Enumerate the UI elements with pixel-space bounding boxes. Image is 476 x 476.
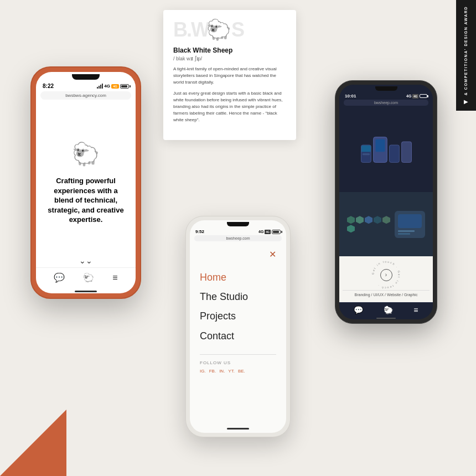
- hex-section: [339, 192, 433, 256]
- info-card: B.W 🐑 S Black White Sheep / blak wɪt ʃɪp…: [163, 10, 296, 140]
- social-links[interactable]: IG. FB. IN. YT. BE.: [200, 369, 276, 374]
- nav-item-home[interactable]: Home: [200, 271, 276, 284]
- whatsapp-icon[interactable]: 💬: [54, 272, 65, 283]
- menu-icon-right[interactable]: ≡: [413, 306, 418, 314]
- scroll-indicator: ⌄⌄: [36, 256, 136, 265]
- phone-right-url: bwsheep.com: [344, 100, 428, 106]
- sheep-logo-icon: 🐑: [206, 20, 231, 40]
- whatsapp-icon-right[interactable]: 💬: [354, 306, 363, 314]
- phone-menu-time: 9:52: [195, 229, 204, 234]
- signal-bars: [97, 84, 103, 89]
- menu-divider: [200, 354, 276, 355]
- mockup-phone-1: [361, 144, 371, 162]
- network-type: 4G: [104, 84, 110, 89]
- social-be[interactable]: BE.: [238, 369, 245, 374]
- phone-left: 8:22 4G 4G bwsbws-agency.com 🐑 Crafting …: [30, 66, 141, 299]
- home-indicator-left: [75, 291, 97, 292]
- hex-5: [382, 216, 390, 224]
- phone-right-footer: 💬 🐑 ≡: [339, 302, 433, 317]
- circle-cta: Get in touch · Get in touch · ›: [371, 260, 401, 290]
- phone-left-url: bwsbws-agency.com: [40, 91, 131, 100]
- tags-text: Branding / UI/UX / Website / Graphic: [343, 290, 430, 299]
- card-header: B.W 🐑 S: [173, 20, 286, 40]
- menu-close-button[interactable]: ✕: [200, 249, 276, 260]
- badge-4g-right: 4G: [412, 94, 418, 99]
- phone-left-signals: 4G 4G: [97, 84, 129, 89]
- phone-mockup-section: [339, 107, 433, 192]
- mockup-phone-3: [389, 144, 400, 162]
- home-indicator-right: [376, 318, 396, 319]
- sheep-nav-icon[interactable]: 🐑: [83, 272, 94, 283]
- badge-4g: 4G: [111, 84, 119, 89]
- phone-tagline: Crafting powerful experiences with a ble…: [45, 176, 127, 225]
- bottom-triangle-decoration: [0, 410, 66, 476]
- phone-left-footer: 💬 🐑 ≡: [36, 267, 136, 288]
- award-line2: & COMPETITION: [463, 54, 468, 95]
- social-yt[interactable]: YT.: [228, 369, 235, 374]
- get-in-touch-section: Get in touch · Get in touch · › Branding…: [339, 256, 433, 302]
- phone-mockups: [361, 137, 412, 163]
- phone-menu-status: 9:52 4G 4G: [190, 226, 286, 235]
- hex-4: [374, 216, 381, 224]
- phone-menu: 9:52 4G 4G bwsheep.com ✕ Home The Studio…: [185, 216, 291, 437]
- app-card: [395, 211, 425, 238]
- phone-right-content: Get in touch · Get in touch · › Branding…: [339, 107, 433, 302]
- card-para2: Just as every great design starts with a…: [173, 90, 286, 123]
- hex-1: [347, 216, 355, 224]
- phone-right-status: 10:01 4G 4G: [339, 91, 433, 100]
- social-ig[interactable]: IG.: [200, 369, 206, 374]
- battery-right: [420, 94, 427, 98]
- social-in[interactable]: IN.: [219, 369, 225, 374]
- hex-pattern: [347, 216, 391, 232]
- battery-icon: [120, 84, 129, 89]
- nav-item-projects[interactable]: Projects: [200, 309, 276, 323]
- mockup-phone-2: [373, 137, 387, 163]
- hex-2: [356, 216, 364, 224]
- award-text: A' DESIGN AWARD: [463, 6, 468, 54]
- app-bar-2: [398, 233, 410, 235]
- hex-3: [365, 216, 372, 224]
- battery-menu: [272, 230, 281, 234]
- phone-right-signals: 4G 4G: [406, 94, 427, 99]
- bws-logo-s: S: [231, 20, 244, 40]
- home-indicator-menu: [227, 428, 249, 430]
- mockup-phone-4: [401, 141, 412, 162]
- phone-left-status: 8:22 4G 4G: [36, 80, 136, 90]
- sheep-illustration: 🐑: [72, 141, 100, 167]
- phone-menu-url: bwsheep.com: [194, 235, 282, 241]
- card-phonetic: / blak wɪt ʃɪp/: [173, 56, 286, 61]
- bws-logo-text: B.W: [173, 20, 209, 40]
- app-bar-1: [398, 230, 415, 232]
- nav-item-contact[interactable]: Contact: [200, 329, 276, 343]
- menu-icon[interactable]: ≡: [112, 273, 117, 283]
- card-company-name: Black White Sheep: [173, 46, 286, 54]
- award-badge: A' DESIGN AWARD & COMPETITION ▶: [456, 0, 476, 111]
- circle-chevron[interactable]: ›: [380, 269, 392, 281]
- hex-content: [343, 206, 430, 242]
- phone-right: 10:01 4G 4G bwsheep.com: [335, 80, 437, 324]
- phone-left-time: 8:22: [43, 83, 54, 89]
- phone-menu-signals: 4G 4G: [258, 229, 281, 234]
- social-fb[interactable]: FB.: [209, 369, 216, 374]
- phone-left-content: 🐑 Crafting powerful experiences with a b…: [36, 101, 136, 256]
- card-para1: A tight-knit family of open-minded and c…: [173, 66, 286, 86]
- phone-right-time: 10:01: [345, 94, 356, 99]
- follow-us-label: FOLLOW US: [200, 360, 276, 365]
- nav-item-studio[interactable]: The Studio: [200, 290, 276, 304]
- badge-4g-menu: 4G: [265, 230, 271, 234]
- sheep-icon-right[interactable]: 🐑: [384, 306, 393, 314]
- menu-content: ✕ Home The Studio Projects Contact FOLLO…: [190, 244, 286, 425]
- hex-6: [347, 225, 355, 232]
- app-screen: [398, 214, 422, 228]
